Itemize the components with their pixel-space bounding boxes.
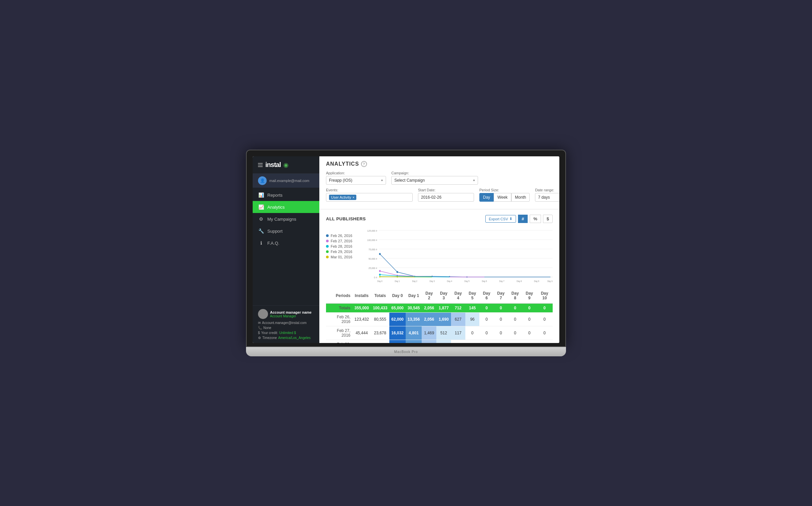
svg-text:Day 10: Day 10 (547, 280, 553, 283)
user-bar[interactable]: 👤 mail.example@mail.com (253, 174, 319, 188)
filter-row-2: Events: User Activity × Start Date: (326, 188, 553, 202)
col-day9: Day 9 (522, 288, 537, 303)
nav-section: 📊 Reports 📈 Analytics ⚙ My Campaigns 🔧 S… (253, 188, 319, 305)
col-day3: Day 3 (436, 288, 451, 303)
sidebar-item-label: Analytics (267, 205, 285, 210)
period-month-button[interactable]: Month (511, 193, 530, 202)
svg-text:Day 2: Day 2 (412, 280, 418, 283)
svg-text:Day 3: Day 3 (430, 280, 435, 283)
sidebar-item-label: My Campaigns (267, 217, 296, 222)
legend-dot-feb29 (326, 250, 329, 253)
svg-point-37 (379, 276, 380, 278)
svg-point-38 (397, 276, 398, 278)
application-select[interactable]: Freapp (IOS) (326, 176, 386, 185)
analytics-icon: 📈 (258, 204, 264, 210)
laptop-base: MacBook Pro (246, 347, 566, 356)
sidebar-item-label: Reports (267, 193, 283, 198)
sidebar-footer: Account manager name Account Manager ✉ A… (253, 305, 319, 343)
export-csv-button[interactable]: Export CSV ⬇ (485, 215, 516, 223)
col-day10: Day 10 (536, 288, 553, 303)
date-range-select[interactable]: 7 days (535, 193, 559, 202)
start-date-input[interactable] (418, 193, 474, 202)
laptop-wrapper: instal ◉ 👤 mail.example@mail.com 📊 Repor… (246, 150, 566, 356)
footer-phone: 📞 None (258, 326, 314, 330)
view-dollar-button[interactable]: $ (543, 215, 553, 223)
sidebar-item-support[interactable]: 🔧 Support (253, 225, 319, 237)
event-tag-close[interactable]: × (353, 196, 355, 199)
svg-text:Day 8: Day 8 (517, 280, 522, 283)
svg-text:Day 1: Day 1 (395, 280, 400, 283)
start-date-label: Start Date: (418, 188, 474, 192)
main-content: ANALYTICS ? Application: Freapp (IOS) (319, 156, 559, 343)
campaign-group: Campaign: Select Campaign (391, 171, 478, 185)
svg-text:Day 6: Day 6 (482, 280, 487, 283)
hamburger-menu-icon[interactable] (258, 163, 263, 167)
legend-dot-feb27 (326, 240, 329, 242)
manager-role: Account Manager (270, 314, 312, 318)
col-day5: Day 5 (465, 288, 480, 303)
col-periods: Periods (326, 288, 352, 303)
faq-icon: ℹ (258, 240, 264, 246)
user-email: mail.example@mail.com (269, 179, 309, 183)
macbook-label: MacBook Pro (394, 350, 418, 354)
chart-svg: 125,000 # 100,000 # 75,000 # 50,000 # 25… (365, 227, 553, 288)
table-row: Feb 27, 2016 45,444 23,678 16,032 4,801 … (326, 326, 553, 340)
footer-avatar (258, 309, 268, 319)
sidebar-item-label: F.A.Q. (267, 241, 279, 246)
svg-text:50,000 #: 50,000 # (369, 257, 378, 260)
publishers-header: ALL PUBLISHERS Export CSV ⬇ # % $ (326, 215, 553, 223)
svg-text:100,000 #: 100,000 # (367, 238, 377, 242)
chart-controls: Export CSV ⬇ # % $ (485, 215, 553, 223)
svg-point-29 (379, 270, 381, 272)
footer-timezone: ⚙ Timezone America/Los_Angeles (258, 336, 314, 340)
footer-credit: $ Your credit: Unlimited $ (258, 331, 314, 335)
campaign-label: Campaign: (391, 171, 478, 175)
svg-text:Day 0: Day 0 (377, 280, 383, 283)
legend-dot-mar01 (326, 256, 329, 258)
svg-text:25,000 #: 25,000 # (369, 266, 378, 270)
date-range-label: Date range: (535, 188, 559, 192)
sidebar-item-reports[interactable]: 📊 Reports (253, 189, 319, 201)
svg-text:Day 5: Day 5 (464, 280, 470, 283)
start-date-group: Start Date: (418, 188, 474, 202)
help-icon[interactable]: ? (361, 161, 367, 167)
svg-point-24 (396, 271, 398, 273)
period-buttons: Day Week Month (479, 193, 530, 202)
svg-point-32 (379, 274, 381, 276)
filter-row-1: Application: Freapp (IOS) Campaign: (326, 171, 553, 185)
period-day-button[interactable]: Day (479, 193, 494, 202)
application-label: Application: (326, 171, 386, 175)
svg-text:75,000 #: 75,000 # (369, 248, 378, 251)
sidebar-item-label: Support (267, 229, 283, 234)
period-size-label: Period Size: (479, 188, 530, 192)
sidebar-item-faq[interactable]: ℹ F.A.Q. (253, 237, 319, 249)
sidebar-item-campaigns[interactable]: ⚙ My Campaigns (253, 213, 319, 225)
col-day4: Day 4 (451, 288, 465, 303)
legend-item-feb27: Feb 27, 2016 (326, 239, 359, 243)
col-day1: Day 1 (406, 288, 422, 303)
page-title: ANALYTICS ? (326, 161, 553, 167)
legend-dot-feb26 (326, 234, 329, 237)
table-row-totals: Totals 355,000 100,433 65,000 30,545 2,0… (326, 303, 553, 313)
period-week-button[interactable]: Week (494, 193, 511, 202)
date-range-select-wrapper: 7 days (535, 193, 559, 202)
events-group: Events: User Activity × (326, 188, 413, 202)
campaign-select[interactable]: Select Campaign (391, 176, 478, 185)
footer-email: ✉ Account.manager@instal.com (258, 321, 314, 325)
legend-item-feb28: Feb 28, 2016 (326, 244, 359, 248)
event-tag: User Activity × (329, 195, 356, 200)
logo-text: instal (265, 161, 281, 169)
publishers-title: ALL PUBLISHERS (326, 216, 366, 221)
manager-name: Account manager name (270, 310, 312, 314)
chart-legend: Feb 26, 2016 Feb 27, 2016 Feb 28, 2016 (326, 227, 359, 288)
events-input[interactable]: User Activity × (326, 193, 413, 202)
sidebar-item-analytics[interactable]: 📈 Analytics (253, 201, 319, 213)
view-percent-button[interactable]: % (530, 215, 541, 223)
logo-icon: ◉ (283, 161, 289, 169)
legend-dot-feb28 (326, 245, 329, 248)
view-hash-button[interactable]: # (518, 215, 528, 223)
analytics-header: ANALYTICS ? Application: Freapp (IOS) (319, 156, 559, 209)
col-day7: Day 7 (494, 288, 508, 303)
table-row: Feb 28, 2016 34,554 10,588 6,423 2,659 1… (326, 340, 553, 343)
table-row: Feb 26, 2016 123,432 80,555 62,000 13,35… (326, 313, 553, 326)
